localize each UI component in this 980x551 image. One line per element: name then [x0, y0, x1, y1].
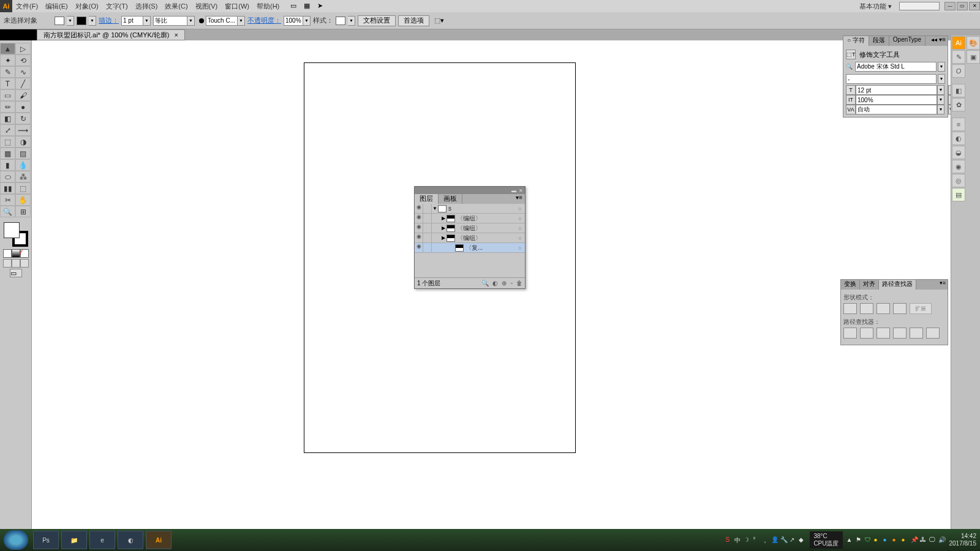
- close-button[interactable]: ✕: [969, 2, 980, 10]
- tray-icon[interactable]: °: [753, 536, 760, 544]
- tray-dot-icon[interactable]: ●: [883, 536, 891, 544]
- pen-tool[interactable]: ✎: [0, 66, 15, 78]
- preferences-button[interactable]: 首选项: [398, 15, 429, 26]
- kerning-dropdown[interactable]: ▼: [937, 105, 944, 114]
- menu-select[interactable]: 选择(S): [132, 2, 162, 11]
- dock-gradient-icon[interactable]: ◐: [952, 132, 965, 145]
- tray-icon[interactable]: ↗: [790, 536, 797, 544]
- panel-menu-icon[interactable]: ▾≡: [513, 194, 525, 204]
- tray-icon[interactable]: ◆: [799, 536, 806, 544]
- opacity-input[interactable]: [284, 16, 303, 26]
- fill-dropdown[interactable]: ▼: [67, 16, 74, 26]
- send-icon[interactable]: ➤: [317, 2, 326, 10]
- dock-color-guide-icon[interactable]: 🎨: [967, 36, 980, 50]
- dock-brushes-icon[interactable]: ✎: [952, 50, 965, 64]
- width-tool[interactable]: ⟿: [15, 124, 31, 136]
- dock-graphic-styles-icon[interactable]: ◎: [952, 174, 965, 187]
- opacity-dropdown[interactable]: ▼: [303, 16, 311, 26]
- lock-toggle[interactable]: [423, 204, 432, 214]
- menu-edit[interactable]: 编辑(E): [42, 2, 72, 11]
- fill-color-swatch[interactable]: [4, 222, 20, 238]
- eraser-tool[interactable]: ◧: [0, 113, 15, 124]
- lock-toggle[interactable]: [423, 223, 432, 233]
- perspective-tool[interactable]: ▦: [0, 148, 15, 159]
- rotate-tool[interactable]: ↻: [15, 113, 31, 124]
- close-panel-icon[interactable]: ✕: [519, 188, 524, 193]
- opacity-label[interactable]: 不透明度：: [247, 16, 281, 25]
- lasso-tool[interactable]: ⟲: [15, 54, 31, 66]
- slice-tool[interactable]: ✂: [0, 194, 15, 206]
- zoom-tool[interactable]: 🔍: [0, 206, 15, 217]
- taskbar-explorer[interactable]: 📁: [61, 531, 87, 549]
- mesh-tool[interactable]: ▤: [15, 148, 31, 159]
- layer-row[interactable]: ◉▶〈编组〉○: [415, 223, 525, 233]
- lock-toggle[interactable]: [423, 243, 432, 253]
- lock-toggle[interactable]: [423, 233, 432, 243]
- scale-tool[interactable]: ⤢: [0, 124, 15, 136]
- tab-opentype[interactable]: OpenType: [889, 36, 925, 46]
- tab-transform[interactable]: 变换: [841, 280, 860, 290]
- draw-behind-icon[interactable]: [12, 259, 20, 268]
- blob-brush-tool[interactable]: ●: [15, 101, 31, 113]
- temperature-widget[interactable]: 38°C CPU温度: [810, 531, 842, 549]
- minimize-button[interactable]: —: [944, 2, 956, 10]
- shape-builder-tool[interactable]: ◑: [15, 136, 31, 148]
- profile-dropdown[interactable]: ▼: [187, 16, 195, 26]
- fill-stroke-control[interactable]: [4, 222, 28, 247]
- curvature-tool[interactable]: ∿: [15, 66, 31, 78]
- profile-input[interactable]: [153, 16, 187, 26]
- rectangle-tool[interactable]: ▭: [0, 89, 15, 101]
- stroke-dropdown[interactable]: ▼: [89, 16, 96, 26]
- lock-toggle[interactable]: [423, 214, 432, 223]
- tab-layers[interactable]: 图层: [415, 194, 439, 204]
- tab-character[interactable]: ○ 字符: [843, 36, 869, 46]
- style-dropdown[interactable]: ▼: [938, 74, 945, 84]
- tray-dot-icon[interactable]: ●: [874, 536, 881, 544]
- disclosure-icon[interactable]: ▶: [440, 216, 447, 221]
- screen-mode-icon[interactable]: ▭: [10, 269, 22, 277]
- line-tool[interactable]: ╱: [15, 78, 31, 89]
- clock[interactable]: 14:42 2017/8/15: [949, 533, 977, 547]
- outline-button[interactable]: [910, 328, 923, 339]
- kerning-input[interactable]: [856, 105, 937, 114]
- layer-row[interactable]: ◉〈复...○: [415, 243, 525, 253]
- direct-selection-tool[interactable]: ▷: [15, 43, 31, 54]
- blend-tool[interactable]: ⬭: [0, 171, 15, 182]
- layer-name[interactable]: 〈编组〉: [457, 234, 515, 242]
- visibility-toggle[interactable]: ◉: [415, 214, 423, 223]
- vscale-dropdown[interactable]: ▼: [937, 95, 944, 105]
- divide-button[interactable]: [843, 328, 857, 339]
- unite-button[interactable]: [843, 303, 857, 314]
- gradient-mode-icon[interactable]: [12, 249, 20, 258]
- minus-back-button[interactable]: [926, 328, 940, 339]
- disclosure-icon[interactable]: ▶: [440, 235, 447, 241]
- layout-icon[interactable]: ▭: [290, 2, 299, 10]
- menu-type[interactable]: 文字(T): [102, 2, 132, 11]
- crop-button[interactable]: [893, 328, 907, 339]
- delete-layer-icon[interactable]: 🗑: [516, 280, 522, 287]
- dock-layers-icon[interactable]: ▤: [952, 188, 965, 201]
- workspace-selector[interactable]: 基本功能 ▾: [856, 2, 895, 11]
- stroke-swatch[interactable]: [77, 17, 86, 25]
- tab-pathfinder[interactable]: 路径查找器: [879, 280, 916, 290]
- tray-icon[interactable]: ☽: [744, 536, 751, 544]
- dock-appearance-icon[interactable]: ◉: [952, 160, 965, 173]
- layer-row[interactable]: ◉▼s○: [415, 204, 525, 214]
- symbol-sprayer-tool[interactable]: ⁂: [15, 171, 31, 182]
- menu-file[interactable]: 文件(F): [12, 2, 42, 11]
- style-swatch[interactable]: [336, 17, 345, 25]
- expand-button[interactable]: 扩展: [910, 303, 932, 314]
- tray-flag-icon[interactable]: ⚑: [856, 536, 863, 544]
- touch-type-icon[interactable]: ⬚T: [846, 50, 856, 59]
- draw-normal-icon[interactable]: [3, 259, 12, 268]
- eyedropper-tool[interactable]: 💧: [15, 159, 31, 171]
- target-icon[interactable]: ○: [515, 235, 525, 241]
- visibility-toggle[interactable]: ◉: [415, 243, 423, 253]
- font-style-input[interactable]: [846, 74, 937, 84]
- dock-color-icon[interactable]: Ai: [952, 36, 965, 50]
- menu-view[interactable]: 视图(V): [192, 2, 222, 11]
- menu-object[interactable]: 对象(O): [72, 2, 102, 11]
- target-icon[interactable]: ○: [515, 216, 525, 222]
- stroke-label[interactable]: 描边：: [99, 16, 119, 25]
- tray-icon[interactable]: 中: [734, 536, 742, 544]
